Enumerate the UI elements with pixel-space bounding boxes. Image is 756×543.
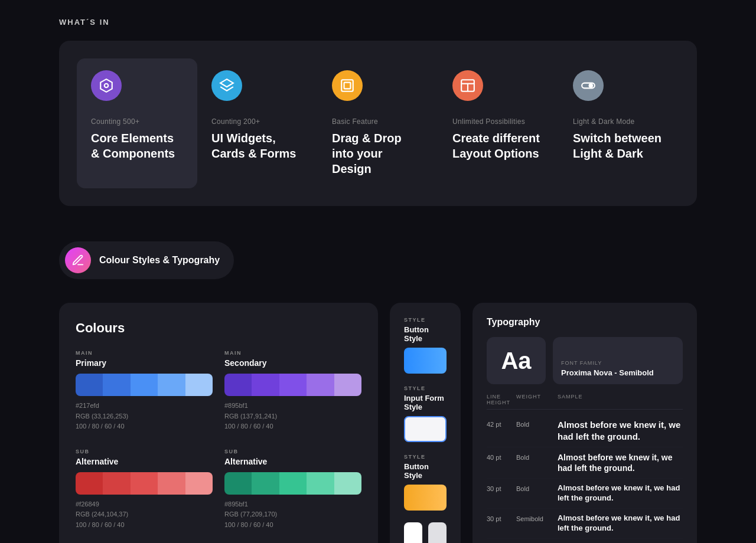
type-header-weight: WEIGHT bbox=[516, 394, 558, 405]
alt-primary-swatch-60 bbox=[131, 472, 158, 495]
main-content-row: Colours MAIN Primary #217efd RGB (33,126… bbox=[0, 291, 756, 543]
secondary-swatch-20 bbox=[334, 374, 361, 396]
alt-primary-swatch-20 bbox=[185, 472, 213, 495]
small-button-row bbox=[404, 522, 447, 543]
alt-secondary-colour-info: #895bf1 RGB (77,209,170) 100 / 80 / 60 /… bbox=[224, 499, 361, 531]
type-sample-size-2: 30 pt bbox=[487, 483, 516, 492]
alt-primary-colour-info: #f26849 RGB (244,104,37) 100 / 80 / 60 /… bbox=[76, 499, 213, 531]
primary-name: Primary bbox=[76, 358, 213, 368]
alt-secondary-swatch-40 bbox=[307, 472, 334, 495]
feature-label-4: Unlimited Possibilities bbox=[452, 117, 545, 126]
type-sample-text-2: Almost before we knew it, we had left th… bbox=[558, 483, 683, 503]
alt-primary-rgb: RGB (244,104,37) bbox=[76, 509, 213, 520]
primary-category-label: MAIN bbox=[76, 350, 213, 356]
features-card: Counting 500+ Core Elements & Components… bbox=[59, 41, 697, 206]
colours-card: Colours MAIN Primary #217efd RGB (33,126… bbox=[59, 303, 378, 543]
button-style2-name: Button Style bbox=[404, 462, 447, 480]
button-style2-label: STYLE bbox=[404, 454, 447, 460]
type-preview-area: Aa FONT FAMILY Proxima Nova - Semibold bbox=[487, 337, 683, 384]
secondary-name: Secondary bbox=[224, 358, 361, 368]
alt-secondary-swatch-80 bbox=[252, 472, 279, 495]
secondary-colour-info: #895bf1 RGB (137,91,241) 100 / 80 / 60 /… bbox=[224, 401, 361, 432]
svg-point-8 bbox=[589, 84, 592, 87]
svg-point-0 bbox=[105, 84, 109, 88]
type-sample-weight-0: Bold bbox=[516, 419, 558, 428]
primary-colour-info: #217efd RGB (33,126,253) 100 / 80 / 60 /… bbox=[76, 401, 213, 432]
feature-label-1: Counting 500+ bbox=[91, 117, 183, 126]
colour-badge-text: Colour Styles & Typograhy bbox=[99, 255, 220, 266]
alt-primary-hex: #f26849 bbox=[76, 499, 213, 510]
secondary-colour-group: MAIN Secondary #895bf1 RGB (137,91,241) … bbox=[224, 350, 361, 432]
alt-primary-swatch-40 bbox=[158, 472, 185, 495]
type-sample-row-3: 30 pt Semibold Almost before we knew it,… bbox=[487, 509, 683, 539]
typography-title: Typography bbox=[487, 317, 683, 328]
type-aa-text: Aa bbox=[501, 348, 531, 374]
alt-primary-swatch-80 bbox=[103, 472, 130, 495]
colour-badge[interactable]: Colour Styles & Typograhy bbox=[59, 241, 234, 279]
feature-title-1: Core Elements & Components bbox=[91, 130, 183, 161]
button-style-name: Button Style bbox=[404, 325, 447, 343]
feature-label-3: Basic Feature bbox=[332, 117, 424, 126]
button-style-preview bbox=[404, 348, 447, 374]
secondary-rgb: RGB (137,91,241) bbox=[224, 411, 361, 422]
svg-rect-3 bbox=[344, 83, 351, 89]
colour-badge-icon bbox=[65, 247, 91, 273]
alt-secondary-hex: #895bf1 bbox=[224, 499, 361, 510]
primary-swatch-80 bbox=[103, 374, 130, 396]
feature-item-5[interactable]: Light & Dark Mode Switch between Light &… bbox=[559, 58, 679, 188]
alt-secondary-name: Alternative bbox=[224, 457, 361, 466]
input-style-row: STYLE Input Form Style bbox=[404, 385, 447, 442]
hexagon-icon bbox=[99, 78, 114, 93]
primary-swatch-100 bbox=[76, 374, 103, 396]
type-sample-size-1: 40 pt bbox=[487, 452, 516, 461]
feature-label-5: Light & Dark Mode bbox=[573, 117, 665, 126]
secondary-swatch-100 bbox=[224, 374, 252, 396]
feature-title-2: UI Widgets, Cards & Forms bbox=[211, 130, 304, 161]
feature-title-5: Switch between Light & Dark bbox=[573, 130, 665, 161]
type-sample-size-0: 42 pt bbox=[487, 419, 516, 428]
type-sample-weight-1: Bold bbox=[516, 452, 558, 461]
primary-stops: 100 / 80 / 60 / 40 bbox=[76, 421, 213, 432]
primary-swatch-60 bbox=[131, 374, 158, 396]
feature-icon-1 bbox=[91, 70, 122, 101]
whats-in-section: WHAT´S IN Counting 500+ Core Elements & … bbox=[0, 0, 756, 218]
feature-item-4[interactable]: Unlimited Possibilities Create different… bbox=[438, 58, 559, 188]
input-style-preview bbox=[404, 416, 447, 442]
primary-swatch-40 bbox=[158, 374, 185, 396]
alt-secondary-swatch-100 bbox=[224, 472, 252, 495]
type-sample-row-1: 40 pt Bold Almost before we knew it, we … bbox=[487, 447, 683, 479]
typography-card: Typography Aa FONT FAMILY Proxima Nova -… bbox=[472, 303, 697, 543]
feature-item-2[interactable]: Counting 200+ UI Widgets, Cards & Forms bbox=[197, 58, 318, 188]
colour-styles-section: Colour Styles & Typograhy bbox=[0, 218, 756, 291]
secondary-swatch-80 bbox=[252, 374, 279, 396]
type-sample-text-3: Almost before we knew it, we had left th… bbox=[558, 513, 683, 534]
button-style-row: STYLE Button Style bbox=[404, 317, 447, 374]
feature-item-3[interactable]: Basic Feature Drag & Drop into your Desi… bbox=[318, 58, 438, 188]
type-sample-weight-3: Semibold bbox=[516, 513, 558, 522]
frame-icon bbox=[340, 78, 355, 93]
feature-item-1[interactable]: Counting 500+ Core Elements & Components bbox=[77, 58, 197, 188]
secondary-swatch-40 bbox=[307, 374, 334, 396]
secondary-swatches bbox=[224, 374, 361, 396]
feature-title-3: Drag & Drop into your Design bbox=[332, 130, 424, 176]
feature-icon-3 bbox=[332, 70, 363, 101]
alt-primary-name: Alternative bbox=[76, 457, 213, 466]
alt-primary-swatches bbox=[76, 472, 213, 495]
type-sample-text-1: Almost before we knew it, we had left th… bbox=[558, 452, 683, 473]
primary-swatch-20 bbox=[185, 374, 213, 396]
feature-icon-2 bbox=[211, 70, 242, 101]
alt-secondary-swatches bbox=[224, 472, 361, 495]
type-sample-row-2: 30 pt Bold Almost before we knew it, we … bbox=[487, 479, 683, 509]
colour-groups-top-row: MAIN Primary #217efd RGB (33,126,253) 10… bbox=[76, 350, 361, 432]
type-font-name: Proxima Nova - Semibold bbox=[561, 368, 674, 377]
alt-secondary-rgb: RGB (77,209,170) bbox=[224, 509, 361, 520]
secondary-category-label: MAIN bbox=[224, 350, 361, 356]
secondary-swatch-60 bbox=[279, 374, 307, 396]
primary-hex: #217efd bbox=[76, 401, 213, 411]
colour-groups-bottom-row: SUB Alternative #f26849 RGB (244,104,37)… bbox=[76, 449, 361, 531]
type-aa-box: Aa bbox=[487, 337, 546, 384]
alt-secondary-colour-group: SUB Alternative #895bf1 RGB (77,209,170)… bbox=[224, 449, 361, 531]
feature-icon-4 bbox=[452, 70, 483, 101]
secondary-hex: #895bf1 bbox=[224, 401, 361, 411]
type-header-sample: SAMPLE bbox=[558, 394, 683, 405]
